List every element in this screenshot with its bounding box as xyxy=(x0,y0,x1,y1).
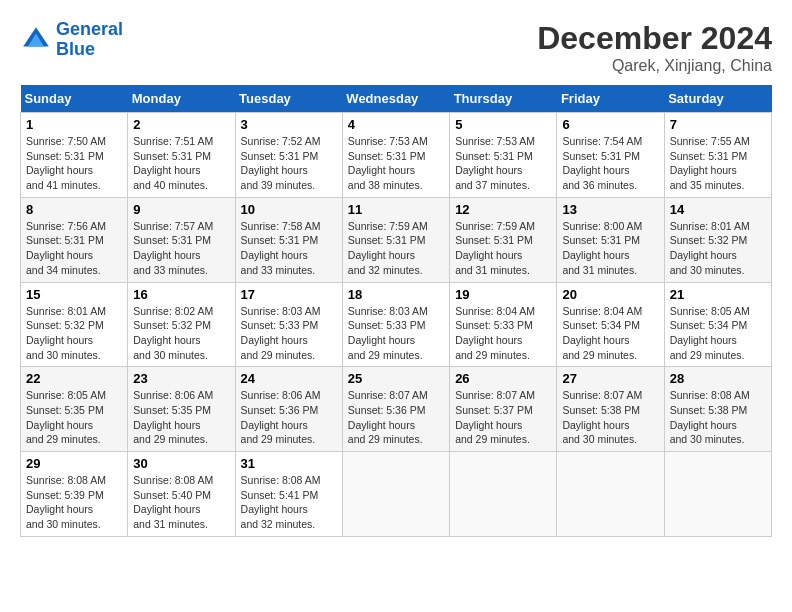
day-number: 11 xyxy=(348,202,444,217)
day-number: 26 xyxy=(455,371,551,386)
day-number: 23 xyxy=(133,371,229,386)
day-number: 4 xyxy=(348,117,444,132)
logo: General Blue xyxy=(20,20,123,60)
calendar-cell: 1 Sunrise: 7:50 AM Sunset: 5:31 PM Dayli… xyxy=(21,113,128,198)
weekday-header-sunday: Sunday xyxy=(21,85,128,113)
logo-icon xyxy=(20,24,52,56)
calendar-cell xyxy=(557,452,664,537)
day-info: Sunrise: 7:53 AM Sunset: 5:31 PM Dayligh… xyxy=(455,134,551,193)
day-number: 7 xyxy=(670,117,766,132)
day-info: Sunrise: 8:08 AM Sunset: 5:39 PM Dayligh… xyxy=(26,473,122,532)
calendar-cell: 11 Sunrise: 7:59 AM Sunset: 5:31 PM Dayl… xyxy=(342,197,449,282)
calendar-week-row: 15 Sunrise: 8:01 AM Sunset: 5:32 PM Dayl… xyxy=(21,282,772,367)
day-info: Sunrise: 8:04 AM Sunset: 5:33 PM Dayligh… xyxy=(455,304,551,363)
calendar-table: SundayMondayTuesdayWednesdayThursdayFrid… xyxy=(20,85,772,537)
calendar-cell: 8 Sunrise: 7:56 AM Sunset: 5:31 PM Dayli… xyxy=(21,197,128,282)
day-number: 28 xyxy=(670,371,766,386)
day-info: Sunrise: 8:08 AM Sunset: 5:40 PM Dayligh… xyxy=(133,473,229,532)
day-info: Sunrise: 8:07 AM Sunset: 5:38 PM Dayligh… xyxy=(562,388,658,447)
calendar-cell xyxy=(450,452,557,537)
day-number: 24 xyxy=(241,371,337,386)
calendar-cell: 19 Sunrise: 8:04 AM Sunset: 5:33 PM Dayl… xyxy=(450,282,557,367)
calendar-cell: 13 Sunrise: 8:00 AM Sunset: 5:31 PM Dayl… xyxy=(557,197,664,282)
day-info: Sunrise: 8:06 AM Sunset: 5:36 PM Dayligh… xyxy=(241,388,337,447)
day-number: 17 xyxy=(241,287,337,302)
calendar-week-row: 29 Sunrise: 8:08 AM Sunset: 5:39 PM Dayl… xyxy=(21,452,772,537)
day-number: 29 xyxy=(26,456,122,471)
day-number: 22 xyxy=(26,371,122,386)
day-number: 6 xyxy=(562,117,658,132)
logo-text: General Blue xyxy=(56,20,123,60)
day-info: Sunrise: 8:03 AM Sunset: 5:33 PM Dayligh… xyxy=(241,304,337,363)
logo-line1: General xyxy=(56,19,123,39)
day-info: Sunrise: 8:01 AM Sunset: 5:32 PM Dayligh… xyxy=(670,219,766,278)
location: Qarek, Xinjiang, China xyxy=(537,57,772,75)
weekday-header-tuesday: Tuesday xyxy=(235,85,342,113)
day-info: Sunrise: 8:08 AM Sunset: 5:41 PM Dayligh… xyxy=(241,473,337,532)
calendar-cell: 27 Sunrise: 8:07 AM Sunset: 5:38 PM Dayl… xyxy=(557,367,664,452)
calendar-cell: 2 Sunrise: 7:51 AM Sunset: 5:31 PM Dayli… xyxy=(128,113,235,198)
day-info: Sunrise: 8:00 AM Sunset: 5:31 PM Dayligh… xyxy=(562,219,658,278)
day-info: Sunrise: 7:51 AM Sunset: 5:31 PM Dayligh… xyxy=(133,134,229,193)
calendar-cell: 5 Sunrise: 7:53 AM Sunset: 5:31 PM Dayli… xyxy=(450,113,557,198)
calendar-cell: 30 Sunrise: 8:08 AM Sunset: 5:40 PM Dayl… xyxy=(128,452,235,537)
logo-line2: Blue xyxy=(56,39,95,59)
day-number: 19 xyxy=(455,287,551,302)
day-info: Sunrise: 7:59 AM Sunset: 5:31 PM Dayligh… xyxy=(455,219,551,278)
calendar-cell: 9 Sunrise: 7:57 AM Sunset: 5:31 PM Dayli… xyxy=(128,197,235,282)
day-info: Sunrise: 8:05 AM Sunset: 5:35 PM Dayligh… xyxy=(26,388,122,447)
calendar-cell: 25 Sunrise: 8:07 AM Sunset: 5:36 PM Dayl… xyxy=(342,367,449,452)
calendar-cell: 23 Sunrise: 8:06 AM Sunset: 5:35 PM Dayl… xyxy=(128,367,235,452)
calendar-cell: 3 Sunrise: 7:52 AM Sunset: 5:31 PM Dayli… xyxy=(235,113,342,198)
calendar-cell: 16 Sunrise: 8:02 AM Sunset: 5:32 PM Dayl… xyxy=(128,282,235,367)
calendar-cell: 7 Sunrise: 7:55 AM Sunset: 5:31 PM Dayli… xyxy=(664,113,771,198)
calendar-cell: 31 Sunrise: 8:08 AM Sunset: 5:41 PM Dayl… xyxy=(235,452,342,537)
day-number: 30 xyxy=(133,456,229,471)
calendar-cell: 24 Sunrise: 8:06 AM Sunset: 5:36 PM Dayl… xyxy=(235,367,342,452)
day-info: Sunrise: 8:01 AM Sunset: 5:32 PM Dayligh… xyxy=(26,304,122,363)
day-info: Sunrise: 8:07 AM Sunset: 5:37 PM Dayligh… xyxy=(455,388,551,447)
calendar-cell xyxy=(342,452,449,537)
calendar-cell: 10 Sunrise: 7:58 AM Sunset: 5:31 PM Dayl… xyxy=(235,197,342,282)
day-number: 25 xyxy=(348,371,444,386)
page-header: General Blue December 2024 Qarek, Xinjia… xyxy=(20,20,772,75)
weekday-header-saturday: Saturday xyxy=(664,85,771,113)
calendar-cell: 20 Sunrise: 8:04 AM Sunset: 5:34 PM Dayl… xyxy=(557,282,664,367)
day-info: Sunrise: 7:53 AM Sunset: 5:31 PM Dayligh… xyxy=(348,134,444,193)
day-info: Sunrise: 7:54 AM Sunset: 5:31 PM Dayligh… xyxy=(562,134,658,193)
title-block: December 2024 Qarek, Xinjiang, China xyxy=(537,20,772,75)
day-number: 16 xyxy=(133,287,229,302)
day-info: Sunrise: 7:58 AM Sunset: 5:31 PM Dayligh… xyxy=(241,219,337,278)
weekday-header-wednesday: Wednesday xyxy=(342,85,449,113)
calendar-cell: 26 Sunrise: 8:07 AM Sunset: 5:37 PM Dayl… xyxy=(450,367,557,452)
calendar-week-row: 8 Sunrise: 7:56 AM Sunset: 5:31 PM Dayli… xyxy=(21,197,772,282)
day-number: 20 xyxy=(562,287,658,302)
day-number: 12 xyxy=(455,202,551,217)
calendar-cell: 29 Sunrise: 8:08 AM Sunset: 5:39 PM Dayl… xyxy=(21,452,128,537)
day-info: Sunrise: 7:52 AM Sunset: 5:31 PM Dayligh… xyxy=(241,134,337,193)
calendar-cell: 21 Sunrise: 8:05 AM Sunset: 5:34 PM Dayl… xyxy=(664,282,771,367)
calendar-cell: 14 Sunrise: 8:01 AM Sunset: 5:32 PM Dayl… xyxy=(664,197,771,282)
day-number: 1 xyxy=(26,117,122,132)
weekday-header-monday: Monday xyxy=(128,85,235,113)
weekday-header-friday: Friday xyxy=(557,85,664,113)
calendar-cell: 22 Sunrise: 8:05 AM Sunset: 5:35 PM Dayl… xyxy=(21,367,128,452)
calendar-cell: 4 Sunrise: 7:53 AM Sunset: 5:31 PM Dayli… xyxy=(342,113,449,198)
calendar-cell xyxy=(664,452,771,537)
day-info: Sunrise: 8:06 AM Sunset: 5:35 PM Dayligh… xyxy=(133,388,229,447)
calendar-week-row: 1 Sunrise: 7:50 AM Sunset: 5:31 PM Dayli… xyxy=(21,113,772,198)
day-info: Sunrise: 8:08 AM Sunset: 5:38 PM Dayligh… xyxy=(670,388,766,447)
day-info: Sunrise: 7:57 AM Sunset: 5:31 PM Dayligh… xyxy=(133,219,229,278)
day-info: Sunrise: 8:04 AM Sunset: 5:34 PM Dayligh… xyxy=(562,304,658,363)
day-number: 8 xyxy=(26,202,122,217)
day-number: 14 xyxy=(670,202,766,217)
calendar-cell: 18 Sunrise: 8:03 AM Sunset: 5:33 PM Dayl… xyxy=(342,282,449,367)
calendar-cell: 17 Sunrise: 8:03 AM Sunset: 5:33 PM Dayl… xyxy=(235,282,342,367)
day-info: Sunrise: 7:59 AM Sunset: 5:31 PM Dayligh… xyxy=(348,219,444,278)
day-info: Sunrise: 7:55 AM Sunset: 5:31 PM Dayligh… xyxy=(670,134,766,193)
day-info: Sunrise: 7:56 AM Sunset: 5:31 PM Dayligh… xyxy=(26,219,122,278)
day-number: 18 xyxy=(348,287,444,302)
day-info: Sunrise: 8:03 AM Sunset: 5:33 PM Dayligh… xyxy=(348,304,444,363)
day-number: 27 xyxy=(562,371,658,386)
day-number: 31 xyxy=(241,456,337,471)
